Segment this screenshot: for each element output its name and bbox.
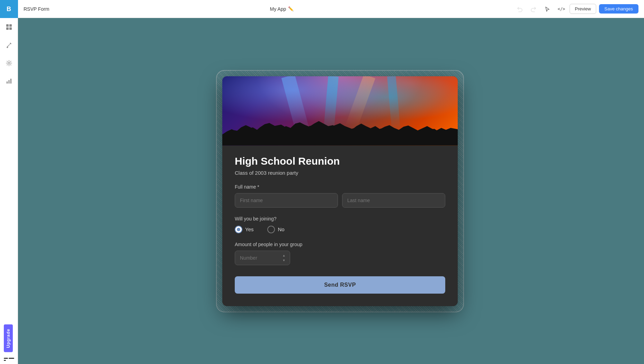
yes-option[interactable]: Yes (235, 226, 253, 233)
full-name-label: Full name * (235, 184, 445, 190)
svg-rect-6 (8, 80, 9, 84)
no-label: No (278, 226, 284, 232)
pencil-icon[interactable]: ✏️ (288, 6, 294, 11)
form-card: High School Reunion Class of 2003 reunio… (222, 76, 458, 306)
number-spinners: ▲ ▼ (281, 253, 287, 262)
form-subtitle: Class of 2003 reunion party (235, 170, 445, 176)
group-label: Amount of people in your group (235, 242, 445, 247)
light-beam-2 (323, 76, 339, 139)
svg-rect-8 (4, 358, 8, 359)
svg-rect-3 (9, 27, 12, 30)
svg-rect-7 (10, 79, 11, 84)
svg-rect-5 (7, 81, 8, 84)
footer-logo (4, 355, 14, 361)
number-down-button[interactable]: ▼ (281, 258, 287, 262)
app-name-label: My App (270, 6, 286, 12)
first-name-input[interactable] (235, 193, 338, 208)
light-beam-3 (345, 76, 375, 130)
app-logo[interactable]: B (0, 0, 18, 18)
yes-label: Yes (245, 226, 253, 232)
main-canvas: High School Reunion Class of 2003 reunio… (36, 18, 644, 364)
joining-section: Will you be joining? Yes No (235, 216, 445, 233)
cursor-button[interactable] (542, 3, 553, 15)
topbar-actions: </> Preview Save changes (514, 3, 638, 15)
sidebar: B Upgrade (0, 0, 18, 364)
topbar: RSVP Form My App ✏️ </> Preview Save cha… (18, 0, 644, 18)
svg-rect-0 (6, 24, 9, 27)
sidebar-item-grid[interactable] (0, 18, 18, 36)
code-button[interactable]: </> (556, 3, 567, 15)
redo-button[interactable] (528, 3, 539, 15)
joining-label: Will you be joining? (235, 216, 445, 222)
topbar-center: My App ✏️ (49, 6, 514, 12)
upgrade-button[interactable]: Upgrade (4, 324, 13, 352)
sidebar-bottom: Upgrade (4, 324, 14, 361)
send-rsvp-button[interactable]: Send RSVP (235, 276, 445, 294)
svg-rect-9 (9, 358, 14, 359)
number-input-wrap: ▲ ▼ (235, 251, 290, 265)
crowd-silhouette (222, 114, 458, 146)
radio-row: Yes No (235, 226, 445, 233)
sidebar-item-tools[interactable] (0, 36, 18, 54)
form-title: High School Reunion (235, 155, 445, 167)
svg-rect-10 (4, 360, 6, 361)
preview-button[interactable]: Preview (570, 4, 596, 14)
full-name-section: Full name * (235, 184, 445, 208)
undo-button[interactable] (514, 3, 525, 15)
number-up-button[interactable]: ▲ (281, 253, 287, 258)
form-content: High School Reunion Class of 2003 reunio… (222, 146, 458, 306)
hero-image (222, 76, 458, 146)
sidebar-item-settings[interactable] (0, 54, 18, 72)
canvas-container: High School Reunion Class of 2003 reunio… (222, 76, 458, 306)
last-name-input[interactable] (342, 193, 445, 208)
save-button[interactable]: Save changes (599, 4, 638, 14)
no-option[interactable]: No (267, 226, 284, 233)
sidebar-item-analytics[interactable] (0, 72, 18, 90)
svg-point-4 (8, 62, 10, 64)
topbar-title: RSVP Form (24, 6, 49, 12)
name-row (235, 193, 445, 208)
svg-rect-2 (6, 27, 9, 30)
no-radio[interactable] (267, 226, 275, 233)
yes-radio[interactable] (235, 226, 242, 233)
group-section: Amount of people in your group ▲ ▼ (235, 242, 445, 265)
svg-rect-1 (9, 24, 12, 27)
